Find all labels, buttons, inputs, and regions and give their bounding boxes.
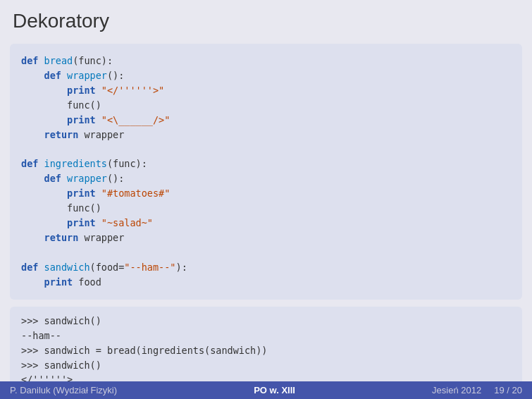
code-block-main: def bread(func): def wrapper(): print "<… [10,44,522,300]
footer-date-page: Jesień 2012 19 / 20 [432,385,522,395]
code-text: def bread(func): def wrapper(): print "<… [21,54,511,290]
footer-course: PO w. XIII [254,385,295,395]
page-title: Dekoratory [0,0,532,39]
footer-page: 19 / 20 [494,385,522,395]
footer: P. Daniluk (Wydział Fizyki) PO w. XIII J… [0,381,532,399]
footer-author: P. Daniluk (Wydział Fizyki) [10,385,117,395]
footer-date: Jesień 2012 [432,385,481,395]
